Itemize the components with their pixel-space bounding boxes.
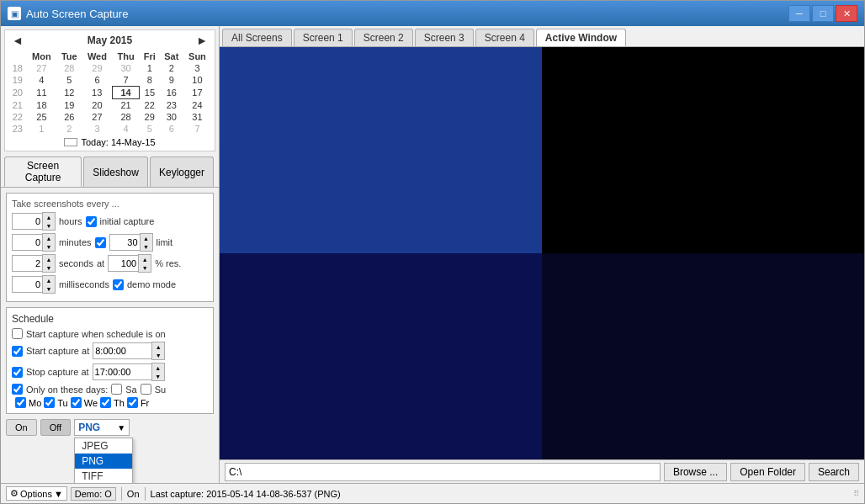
sa-checkbox[interactable] (111, 384, 122, 395)
mo-checkbox[interactable] (15, 397, 26, 408)
stop-at-time[interactable]: ▲ ▼ (93, 363, 165, 381)
stop-at-input[interactable] (93, 363, 151, 380)
status-separator-1 (121, 487, 122, 501)
calendar-next-button[interactable]: ► (193, 34, 211, 47)
format-selector[interactable]: PNG ▼ (74, 419, 130, 436)
schedule-title: Schedule (12, 313, 208, 325)
preview-cell-2 (542, 47, 864, 253)
cal-week-18: 18 27 28 29 30 1 2 3 (8, 62, 211, 74)
ms-spinbox[interactable]: ▲ ▼ (12, 275, 56, 294)
su-label: Su (155, 385, 166, 395)
minutes-input[interactable] (12, 234, 42, 251)
browse-button[interactable]: Browse ... (664, 463, 727, 481)
su-checkbox[interactable] (141, 384, 151, 395)
tab-slideshow[interactable]: Slideshow (83, 157, 148, 187)
hours-spinbox[interactable]: ▲ ▼ (12, 212, 56, 231)
res-up[interactable]: ▲ (139, 255, 151, 263)
only-days-label: Only on these days: (26, 385, 108, 395)
off-button[interactable]: Off (40, 419, 71, 436)
res-input[interactable] (108, 255, 138, 272)
limit-spinbox[interactable]: ▲ ▼ (109, 233, 153, 252)
ms-input[interactable] (12, 276, 42, 293)
start-time-up[interactable]: ▲ (152, 342, 164, 351)
tab-all-screens[interactable]: All Screens (222, 29, 292, 46)
stop-time-down[interactable]: ▼ (152, 372, 164, 380)
hours-label: hours (59, 216, 82, 226)
minutes-row: ▲ ▼ minutes ▲ ▼ (12, 233, 208, 252)
limit-checkbox[interactable] (95, 237, 106, 248)
mo-label: Mo (29, 398, 41, 408)
format-option-tiff[interactable]: TIFF (75, 469, 132, 483)
seconds-down[interactable]: ▼ (43, 263, 55, 272)
initial-capture-checkbox[interactable] (86, 216, 97, 227)
screenshot-interval-group: Take screenshots every ... ▲ ▼ hours (6, 193, 214, 302)
start-time-down[interactable]: ▼ (152, 351, 164, 359)
format-option-png[interactable]: PNG (75, 454, 132, 469)
calendar-grid: Mon Tue Wed Thu Fri Sat Sun 18 27 (8, 50, 211, 135)
path-input[interactable] (225, 463, 661, 481)
seconds-input[interactable] (12, 255, 42, 272)
format-dropdown[interactable]: JPEG PNG TIFF WMF (74, 438, 133, 483)
today-color-box (64, 138, 77, 146)
tab-screen2[interactable]: Screen 2 (354, 29, 413, 46)
on-button[interactable]: On (6, 419, 37, 436)
tab-keylogger[interactable]: Keylogger (150, 157, 214, 187)
calendar-header: ◄ May 2015 ► (8, 34, 211, 47)
only-days-checkbox[interactable] (12, 384, 23, 395)
tab-active-window[interactable]: Active Window (536, 29, 626, 46)
options-dropdown[interactable]: ⚙ Options ▼ (6, 486, 67, 501)
minutes-up[interactable]: ▲ (43, 234, 55, 242)
limit-label: limit (157, 237, 173, 247)
hours-up[interactable]: ▲ (43, 213, 55, 221)
tu-checkbox[interactable] (44, 397, 55, 408)
fr-checkbox[interactable] (127, 397, 138, 408)
res-label: % res. (155, 258, 181, 268)
initial-capture-label: initial capture (100, 216, 155, 226)
stop-at-label: Stop capture at (26, 367, 89, 377)
th-label: Th (114, 398, 125, 408)
hours-input[interactable] (12, 213, 42, 230)
stop-at-checkbox[interactable] (12, 367, 23, 378)
start-when-checkbox[interactable] (12, 328, 23, 339)
seconds-up[interactable]: ▲ (43, 255, 55, 263)
cal-week-22: 22 25 26 27 28 29 30 31 (8, 111, 211, 123)
tab-screen-capture[interactable]: Screen Capture (4, 157, 82, 187)
minimize-button[interactable]: ─ (788, 5, 810, 22)
start-at-time[interactable]: ▲ ▼ (93, 342, 165, 360)
search-button[interactable]: Search (809, 463, 859, 481)
cal-wed-header: Wed (82, 50, 112, 62)
limit-up[interactable]: ▲ (141, 234, 152, 242)
tab-screen1[interactable]: Screen 1 (294, 29, 353, 46)
calendar-prev-button[interactable]: ◄ (8, 34, 27, 47)
close-button[interactable]: ✕ (836, 5, 857, 22)
res-spinbox[interactable]: ▲ ▼ (108, 254, 151, 273)
format-option-jpeg[interactable]: JPEG (75, 438, 132, 454)
limit-input[interactable] (109, 234, 140, 251)
tab-screen4[interactable]: Screen 4 (475, 29, 534, 46)
ms-up[interactable]: ▲ (43, 276, 55, 284)
restore-button[interactable]: □ (812, 5, 834, 22)
hours-down[interactable]: ▼ (43, 221, 55, 230)
ms-down[interactable]: ▼ (43, 284, 55, 293)
screenshot-every-label: Take screenshots every ... (12, 199, 208, 209)
start-at-checkbox[interactable] (12, 346, 23, 357)
capture-on-label: On (127, 489, 140, 499)
status-right: ⠿ (853, 489, 859, 498)
minutes-spinbox[interactable]: ▲ ▼ (12, 233, 56, 252)
left-panel-tabs: Screen Capture Slideshow Keylogger (1, 155, 219, 188)
limit-down[interactable]: ▼ (141, 242, 152, 251)
format-dropdown-container: PNG ▼ JPEG PNG TIFF WMF (74, 419, 130, 436)
th-checkbox[interactable] (100, 397, 111, 408)
demo-mode-label: demo mode (127, 279, 176, 289)
tab-screen3[interactable]: Screen 3 (415, 29, 474, 46)
res-down[interactable]: ▼ (139, 263, 151, 272)
cal-tue-header: Tue (56, 50, 82, 62)
seconds-spinbox[interactable]: ▲ ▼ (12, 254, 56, 273)
stop-time-up[interactable]: ▲ (152, 363, 164, 372)
start-at-input[interactable] (93, 342, 151, 359)
open-folder-button[interactable]: Open Folder (730, 463, 805, 481)
demo-mode-checkbox[interactable] (113, 279, 124, 290)
cal-sat-header: Sat (160, 50, 183, 62)
we-checkbox[interactable] (71, 397, 82, 408)
minutes-down[interactable]: ▼ (43, 242, 55, 251)
